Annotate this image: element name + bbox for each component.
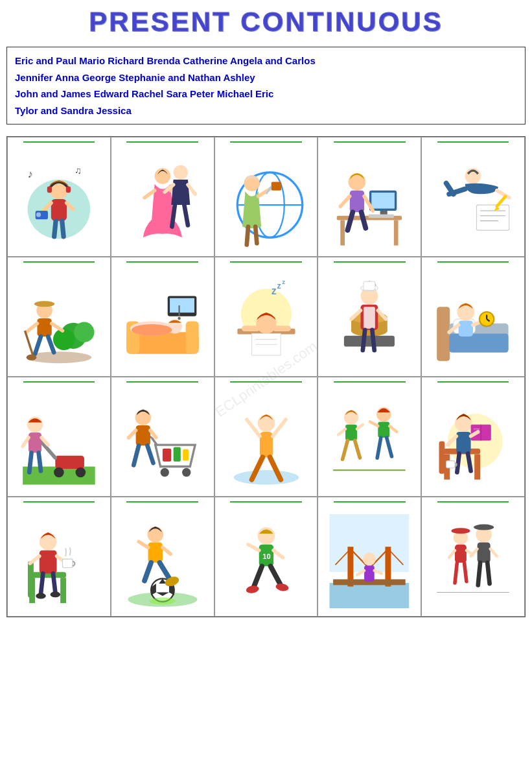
svg-line-63 [52, 324, 63, 331]
svg-line-20 [184, 205, 188, 225]
names-line3: John and James Edward Rachel Sara Peter … [15, 88, 273, 99]
cell-sleeping: z z z [214, 257, 318, 377]
svg-rect-70 [185, 322, 198, 354]
names-line4: Tylor and Sandra Jessica [15, 105, 132, 116]
svg-line-222 [449, 551, 455, 558]
svg-line-179 [30, 556, 40, 563]
svg-rect-215 [364, 565, 375, 582]
svg-rect-175 [29, 578, 35, 603]
svg-line-232 [478, 563, 480, 586]
svg-rect-129 [173, 447, 180, 461]
svg-line-149 [355, 440, 360, 458]
svg-line-101 [373, 330, 375, 350]
svg-rect-114 [55, 456, 84, 469]
svg-rect-34 [372, 193, 395, 209]
svg-line-154 [378, 438, 382, 458]
svg-point-203 [245, 585, 259, 594]
svg-rect-220 [456, 528, 466, 533]
svg-rect-161 [439, 442, 445, 474]
svg-point-67 [27, 355, 37, 361]
svg-line-43 [362, 212, 366, 228]
svg-rect-102 [437, 307, 450, 361]
svg-line-25 [258, 187, 273, 196]
names-line2: Jennifer Anna George Stephanie and Natha… [15, 72, 255, 83]
svg-rect-5 [66, 187, 71, 193]
svg-rect-181 [62, 559, 73, 567]
svg-point-73 [178, 317, 180, 320]
svg-point-162 [455, 414, 472, 432]
cell-cooking [318, 257, 421, 377]
svg-rect-132 [135, 425, 150, 445]
svg-point-184 [36, 593, 46, 599]
svg-line-201 [254, 566, 262, 586]
svg-line-14 [145, 191, 155, 198]
svg-line-200 [273, 551, 283, 558]
svg-text:10: 10 [262, 552, 270, 560]
svg-line-26 [246, 227, 248, 245]
svg-text:z: z [277, 281, 281, 290]
svg-rect-107 [459, 320, 473, 337]
cell-football [111, 497, 214, 617]
names-box: Eric and Paul Mario Richard Brenda Cathe… [6, 47, 526, 124]
svg-rect-119 [29, 432, 41, 453]
svg-line-194 [159, 563, 170, 580]
svg-line-64 [35, 337, 41, 354]
svg-rect-176 [60, 578, 66, 603]
svg-text:♫: ♫ [75, 165, 82, 176]
svg-line-40 [341, 196, 351, 207]
svg-rect-105 [449, 333, 508, 352]
svg-point-116 [76, 468, 86, 478]
svg-point-189 [147, 527, 163, 543]
cell-dancing [111, 137, 214, 257]
cell-mowing [7, 377, 111, 497]
svg-line-233 [487, 563, 489, 584]
svg-rect-46 [477, 205, 509, 230]
svg-rect-97 [364, 307, 375, 328]
svg-line-65 [48, 337, 54, 353]
svg-line-42 [348, 212, 353, 230]
svg-rect-128 [163, 449, 171, 462]
svg-line-136 [147, 445, 153, 463]
svg-rect-172 [446, 461, 455, 468]
svg-line-171 [468, 453, 470, 471]
cell-shopping [111, 377, 214, 497]
svg-line-135 [133, 445, 139, 465]
svg-rect-28 [271, 182, 281, 190]
cell-waking-up [421, 257, 525, 377]
svg-line-62 [27, 324, 38, 332]
cell-reading [421, 377, 525, 497]
svg-line-146 [338, 429, 345, 435]
svg-rect-39 [350, 191, 364, 212]
names-line1: Eric and Paul Mario Richard Brenda Cathe… [15, 55, 316, 66]
svg-rect-163 [456, 432, 470, 453]
svg-line-202 [270, 566, 281, 585]
svg-point-214 [363, 552, 376, 565]
activity-grid: ♪ ♫ [6, 136, 526, 617]
svg-rect-160 [474, 455, 480, 480]
cell-running-playing [318, 377, 421, 497]
svg-rect-60 [40, 302, 50, 306]
svg-text:z: z [271, 285, 276, 296]
cell-walking-couple [421, 497, 525, 617]
cell-watching-tv [111, 257, 214, 377]
svg-line-133 [128, 431, 135, 438]
svg-rect-145 [345, 425, 357, 441]
svg-line-19 [172, 205, 174, 226]
svg-rect-95 [364, 281, 375, 290]
svg-point-137 [233, 470, 298, 484]
svg-rect-31 [341, 220, 345, 246]
svg-line-147 [357, 425, 363, 429]
svg-point-10 [36, 212, 41, 217]
cell-stretching [214, 377, 318, 497]
svg-point-16 [173, 165, 187, 180]
svg-rect-190 [148, 543, 162, 563]
svg-rect-130 [183, 449, 189, 461]
svg-line-11 [54, 221, 56, 237]
svg-rect-6 [51, 199, 67, 221]
svg-rect-229 [478, 543, 491, 563]
svg-point-38 [349, 173, 366, 191]
svg-line-153 [390, 426, 397, 432]
svg-rect-4 [47, 187, 52, 193]
svg-line-148 [343, 440, 348, 459]
svg-rect-228 [479, 525, 489, 530]
